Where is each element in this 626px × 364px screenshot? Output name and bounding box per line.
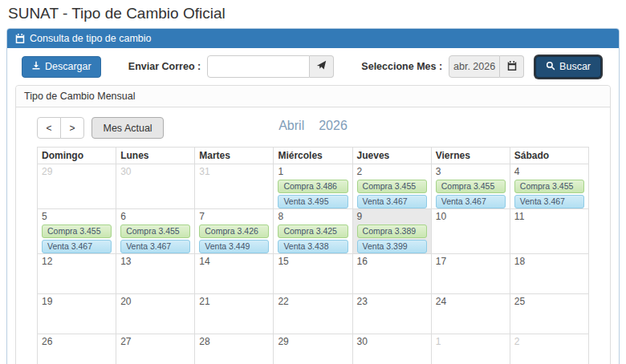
- venta-rate-badge: Venta 3.467: [357, 195, 427, 208]
- compra-rate-badge: Compra 3.455: [514, 180, 584, 193]
- main-panel: Consulta de tipo de cambio Descargar Env…: [6, 28, 620, 364]
- venta-rate-badge: Venta 3.467: [436, 195, 506, 208]
- day-number: 13: [116, 254, 194, 268]
- calendar-toolbar: < > Mes Actual Abril 2026: [37, 117, 589, 140]
- day-number: 29: [274, 334, 352, 348]
- calendar-day-cell: 29: [38, 164, 116, 209]
- calendar-day-cell: 29: [274, 334, 352, 364]
- email-input[interactable]: [207, 55, 310, 78]
- search-icon: [546, 61, 555, 73]
- venta-rate-badge: Venta 3.467: [42, 240, 112, 253]
- month-nav-group: < >: [37, 117, 84, 139]
- calendar-body: 2930311Compra 3.486Venta 3.4952Compra 3.…: [38, 164, 589, 364]
- day-number: 14: [195, 254, 273, 268]
- monthly-rate-panel-title: Tipo de Cambio Mensual: [16, 86, 610, 107]
- calendar-picker-icon: [507, 61, 517, 73]
- day-number: 6: [116, 209, 194, 223]
- calendar-day-cell: 25: [510, 294, 588, 334]
- email-input-group: [207, 55, 334, 78]
- panel-heading: Consulta de tipo de cambio: [7, 29, 619, 48]
- calendar-week-row: 5Compra 3.455Venta 3.4676Compra 3.455Ven…: [38, 209, 589, 254]
- day-number: 15: [274, 254, 352, 268]
- calendar-day-header: Jueves: [352, 148, 431, 164]
- toolbar: Descargar Enviar Correo : Seleccione Mes…: [7, 48, 619, 82]
- page: SUNAT - Tipo de Cambio Oficial Consulta …: [0, 0, 626, 364]
- search-button[interactable]: Buscar: [535, 56, 601, 78]
- exchange-rate-calendar: DomingoLunesMartesMiércolesJuevesViernes…: [37, 147, 589, 364]
- calendar-week-row: 19202122232425: [38, 294, 589, 334]
- day-number: 9: [353, 209, 431, 223]
- day-number: 23: [353, 294, 431, 308]
- download-icon: [31, 61, 41, 73]
- day-number: 30: [116, 164, 194, 178]
- calendar-day-cell: 30: [116, 164, 195, 209]
- day-number: 5: [38, 209, 116, 223]
- compra-rate-badge: Compra 3.425: [278, 224, 348, 238]
- current-month-button[interactable]: Mes Actual: [91, 117, 163, 139]
- calendar-day-header: Viernes: [431, 148, 510, 164]
- calendar-day-cell: 2: [510, 334, 588, 364]
- month-picker-button[interactable]: [500, 55, 524, 78]
- calendar-title-month: Abril: [278, 119, 304, 133]
- month-input[interactable]: [449, 55, 500, 78]
- calendar-day-cell: 3Compra 3.455Venta 3.467: [431, 164, 510, 209]
- calendar-day-cell: 15: [274, 254, 352, 294]
- day-number: 21: [195, 294, 273, 308]
- day-number: 12: [38, 254, 116, 268]
- calendar-day-header: Miércoles: [274, 148, 352, 164]
- download-button-label: Descargar: [45, 61, 91, 72]
- calendar-day-cell: 2Compra 3.455Venta 3.467: [352, 164, 431, 209]
- venta-rate-badge: Venta 3.438: [278, 240, 348, 253]
- calendar-week-row: 12131415161718: [38, 254, 589, 294]
- select-month-label: Seleccione Mes :: [361, 61, 442, 72]
- calendar-week-row: 262728293012: [38, 334, 589, 364]
- calendar-day-cell: 16: [352, 254, 431, 294]
- day-number: 16: [353, 254, 431, 268]
- day-number: 29: [38, 164, 116, 178]
- calendar-day-cell: 1Compra 3.486Venta 3.495: [274, 164, 352, 209]
- venta-rate-badge: Venta 3.467: [120, 240, 190, 253]
- email-label: Enviar Correo :: [128, 61, 201, 72]
- next-month-button[interactable]: >: [60, 117, 84, 139]
- download-button[interactable]: Descargar: [22, 56, 101, 78]
- calendar-day-cell: 14: [195, 254, 274, 294]
- calendar-day-cell: 28: [195, 334, 274, 364]
- calendar-title: Abril 2026: [278, 119, 348, 133]
- venta-rate-badge: Venta 3.449: [199, 240, 269, 253]
- compra-rate-badge: Compra 3.426: [199, 224, 269, 238]
- calendar-day-cell: 8Compra 3.425Venta 3.438: [274, 209, 352, 254]
- calendar-day-cell: 12: [38, 254, 116, 294]
- calendar-day-cell: 17: [431, 254, 510, 294]
- send-email-button[interactable]: [310, 55, 334, 78]
- day-number: 1: [274, 164, 352, 178]
- panel-heading-label: Consulta de tipo de cambio: [30, 33, 151, 44]
- venta-rate-badge: Venta 3.467: [514, 195, 584, 208]
- search-button-label: Buscar: [559, 61, 591, 72]
- calendar-day-cell: 11: [510, 209, 588, 254]
- calendar-day-header: Domingo: [38, 148, 116, 164]
- calendar-day-cell: 30: [352, 334, 431, 364]
- day-number: 19: [38, 294, 116, 308]
- compra-rate-badge: Compra 3.455: [357, 180, 427, 193]
- compra-rate-badge: Compra 3.486: [278, 180, 348, 193]
- prev-month-button[interactable]: <: [37, 117, 61, 139]
- calendar-day-cell: 31: [195, 164, 274, 209]
- day-number: 24: [432, 294, 510, 308]
- compra-rate-badge: Compra 3.455: [120, 224, 190, 238]
- day-number: 20: [116, 294, 194, 308]
- calendar-day-cell: 9Compra 3.389Venta 3.399: [352, 209, 431, 254]
- day-number: 22: [274, 294, 352, 308]
- calendar-day-cell: 4Compra 3.455Venta 3.467: [510, 164, 588, 209]
- day-number: 28: [195, 334, 273, 348]
- venta-rate-badge: Venta 3.495: [278, 195, 348, 208]
- calendar-week-row: 2930311Compra 3.486Venta 3.4952Compra 3.…: [38, 164, 589, 209]
- compra-rate-badge: Compra 3.455: [42, 224, 112, 238]
- day-number: 2: [353, 164, 431, 178]
- compra-rate-badge: Compra 3.389: [357, 224, 427, 238]
- day-number: 30: [353, 334, 431, 348]
- send-icon: [316, 60, 327, 73]
- day-number: 1: [432, 334, 510, 348]
- page-title: SUNAT - Tipo de Cambio Oficial: [8, 5, 620, 22]
- day-number: 2: [510, 334, 588, 348]
- month-input-group: [449, 55, 524, 78]
